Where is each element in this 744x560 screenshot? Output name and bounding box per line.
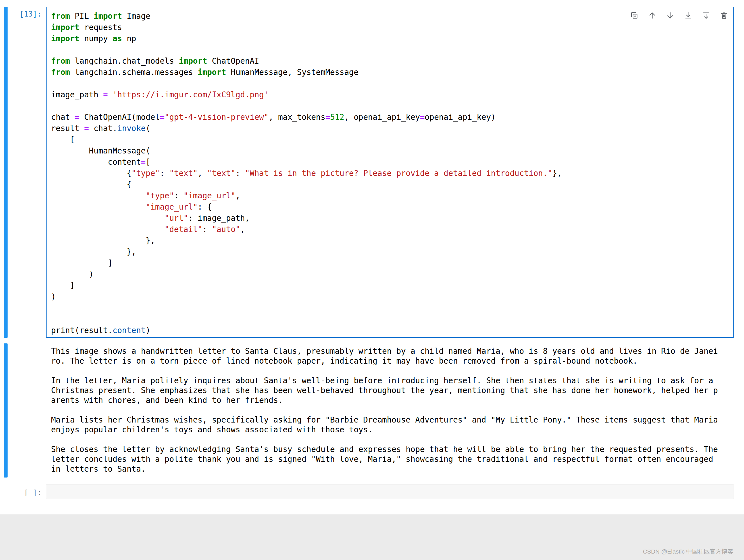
move-cell-down-icon bbox=[666, 11, 675, 20]
code-line: "detail": "auto", bbox=[51, 224, 733, 235]
output-paragraph: In the letter, Maria politely inquires a… bbox=[51, 376, 720, 405]
code-line: image_path = 'https://i.imgur.com/IxC9lg… bbox=[51, 89, 733, 101]
insert-cell-above-icon bbox=[684, 11, 693, 20]
code-line: }, bbox=[51, 246, 733, 258]
code-line: "type": "image_url", bbox=[51, 190, 733, 201]
code-line: { bbox=[51, 179, 733, 190]
code-line bbox=[51, 302, 733, 314]
output-paragraph: This image shows a handwritten letter to… bbox=[51, 346, 720, 366]
cell-toolbar bbox=[628, 10, 730, 21]
code-line: ) bbox=[51, 269, 733, 280]
duplicate-cell-icon bbox=[630, 11, 639, 20]
cell-input-collapser[interactable] bbox=[4, 7, 8, 338]
footer-band: CSDN @Elastic 中国社区官方博客 bbox=[0, 515, 744, 560]
delete-cell-icon bbox=[719, 11, 729, 20]
code-line bbox=[51, 78, 733, 89]
cell-output-collapser[interactable] bbox=[4, 343, 8, 478]
code-line: from langchain.chat_models import ChatOp… bbox=[51, 55, 733, 67]
code-cell-editor[interactable]: from PIL import Imageimport requestsimpo… bbox=[46, 7, 734, 338]
code-line: [ bbox=[51, 134, 733, 145]
watermark: CSDN @Elastic 中国社区官方博客 bbox=[643, 548, 733, 556]
move-cell-up-button[interactable] bbox=[647, 11, 657, 20]
execution-count: [13]: bbox=[0, 8, 41, 20]
code-line: import numpy as np bbox=[51, 33, 733, 44]
code-line: "image_url": { bbox=[51, 201, 733, 213]
delete-cell-button[interactable] bbox=[719, 11, 729, 20]
code-line: "url": image_path, bbox=[51, 213, 733, 224]
output-paragraph: Maria lists her Christmas wishes, specif… bbox=[51, 415, 720, 435]
code-line: import requests bbox=[51, 22, 733, 33]
insert-cell-above-button[interactable] bbox=[683, 11, 693, 20]
output-area: This image shows a handwritten letter to… bbox=[51, 346, 720, 474]
empty-cell-prompt: [ ]: bbox=[0, 487, 41, 498]
code-line: from langchain.schema.messages import Hu… bbox=[51, 67, 733, 78]
code-line: chat = ChatOpenAI(model="gpt-4-vision-pr… bbox=[51, 112, 733, 123]
insert-cell-below-icon bbox=[702, 11, 711, 20]
code-line bbox=[51, 101, 733, 112]
code-line: ) bbox=[51, 291, 733, 302]
move-cell-down-button[interactable] bbox=[665, 11, 675, 20]
code-line bbox=[51, 44, 733, 55]
code-line: result = chat.invoke( bbox=[51, 123, 733, 134]
code-area[interactable]: from PIL import Imageimport requestsimpo… bbox=[46, 7, 733, 336]
code-line: {"type": "text", "text": "What is in the… bbox=[51, 168, 733, 179]
code-line: ] bbox=[51, 258, 733, 269]
output-paragraph: She closes the letter by acknowledging S… bbox=[51, 444, 720, 474]
duplicate-cell-button[interactable] bbox=[630, 11, 639, 20]
code-line: }, bbox=[51, 235, 733, 246]
insert-cell-below-button[interactable] bbox=[701, 11, 711, 20]
code-line: content=[ bbox=[51, 156, 733, 168]
empty-cell-editor[interactable] bbox=[46, 485, 734, 499]
code-line bbox=[51, 314, 733, 325]
code-line: ] bbox=[51, 280, 733, 291]
code-line: HumanMessage( bbox=[51, 145, 733, 156]
code-line: print(result.content) bbox=[51, 325, 733, 336]
move-cell-up-icon bbox=[648, 11, 657, 20]
